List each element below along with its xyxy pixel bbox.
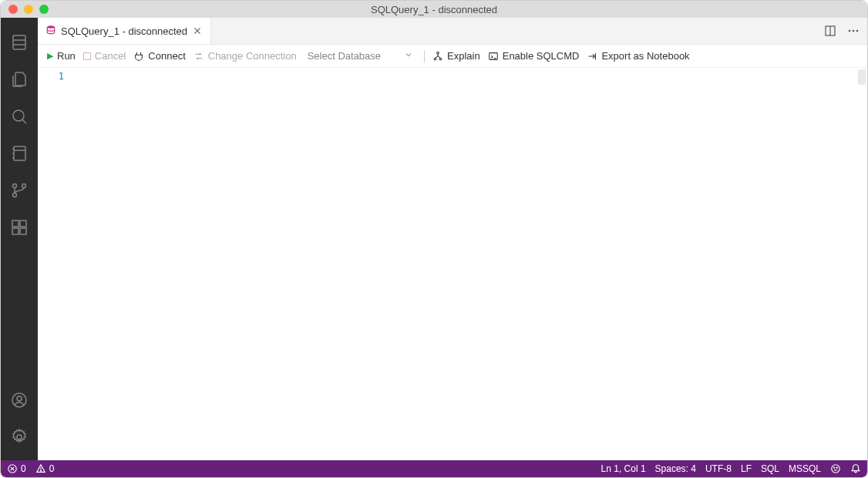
- line-number: 1: [38, 71, 64, 82]
- enable-sqlcmd-button[interactable]: Enable SQLCMD: [488, 50, 580, 62]
- titlebar: SQLQuery_1 - disconnected: [1, 1, 867, 18]
- swap-icon: [193, 51, 204, 62]
- svg-point-36: [40, 470, 41, 471]
- status-errors[interactable]: 0: [7, 463, 26, 474]
- ellipsis-icon: [847, 25, 860, 37]
- export-icon: [587, 51, 597, 62]
- svg-rect-16: [20, 220, 26, 227]
- database-select[interactable]: Select Database: [304, 50, 416, 62]
- status-notifications[interactable]: [850, 463, 861, 474]
- svg-point-29: [434, 58, 436, 60]
- svg-point-26: [853, 30, 855, 32]
- sidebar-item-account[interactable]: [1, 382, 38, 419]
- plug-icon: [133, 51, 144, 62]
- svg-point-10: [13, 184, 17, 188]
- svg-point-37: [832, 465, 840, 473]
- maximize-window-button[interactable]: [39, 5, 49, 14]
- query-toolbar: ▶ Run Cancel Connect Change Connection S…: [38, 45, 867, 68]
- database-icon: [45, 25, 56, 38]
- terminal-icon: [488, 51, 499, 62]
- export-notebook-button[interactable]: Export as Notebook: [587, 50, 689, 62]
- svg-point-27: [856, 30, 859, 32]
- svg-rect-13: [12, 220, 19, 227]
- status-eol[interactable]: LF: [741, 463, 752, 474]
- branch-icon: [10, 181, 29, 200]
- status-language[interactable]: SQL: [761, 463, 779, 474]
- status-warnings[interactable]: 0: [35, 463, 55, 474]
- gutter: 1: [38, 68, 73, 460]
- svg-point-38: [834, 467, 835, 468]
- separator: [424, 50, 425, 62]
- svg-point-18: [17, 396, 22, 401]
- split-icon: [824, 25, 836, 37]
- gear-icon: [10, 428, 29, 446]
- play-icon: ▶: [47, 51, 53, 61]
- tab-label: SQLQuery_1 - disconnected: [61, 25, 187, 37]
- account-icon: [10, 391, 29, 409]
- close-tab-button[interactable]: [192, 25, 203, 36]
- tab-bar: SQLQuery_1 - disconnected: [38, 18, 867, 45]
- svg-rect-14: [12, 228, 19, 234]
- feedback-icon: [830, 463, 841, 474]
- cancel-button[interactable]: Cancel: [83, 50, 126, 62]
- server-icon: [10, 33, 29, 52]
- sidebar-item-extensions[interactable]: [1, 209, 38, 246]
- editor[interactable]: 1: [38, 68, 867, 460]
- close-icon: [192, 25, 203, 36]
- explain-button[interactable]: Explain: [432, 50, 480, 62]
- files-icon: [10, 70, 29, 89]
- svg-point-28: [437, 52, 439, 54]
- more-actions-button[interactable]: [847, 25, 860, 37]
- status-engine[interactable]: MSSQL: [789, 463, 821, 474]
- stop-icon: [83, 52, 91, 60]
- svg-rect-0: [13, 35, 25, 49]
- svg-point-12: [22, 184, 26, 188]
- run-button[interactable]: ▶ Run: [47, 50, 76, 62]
- svg-rect-31: [489, 52, 497, 59]
- scrollbar-thumb[interactable]: [858, 69, 866, 85]
- window-title: SQLQuery_1 - disconnected: [1, 4, 867, 15]
- status-bar: 0 0 Ln 1, Col 1 Spaces: 4 UTF-8 LF SQL M…: [1, 460, 867, 477]
- svg-point-25: [849, 30, 851, 32]
- sidebar-item-servers[interactable]: [1, 24, 38, 61]
- tree-icon: [432, 51, 443, 62]
- activity-bar: [1, 18, 38, 460]
- change-connection-button[interactable]: Change Connection: [193, 50, 297, 62]
- tab-sqlquery1[interactable]: SQLQuery_1 - disconnected: [38, 18, 211, 44]
- svg-point-39: [836, 467, 837, 468]
- sidebar-item-explorer[interactable]: [1, 61, 38, 98]
- error-icon: [7, 463, 18, 474]
- chevron-down-icon: [404, 50, 413, 62]
- svg-rect-5: [14, 146, 25, 160]
- svg-point-3: [13, 110, 24, 121]
- svg-point-11: [13, 194, 17, 197]
- status-indent[interactable]: Spaces: 4: [655, 463, 696, 474]
- minimize-window-button[interactable]: [24, 5, 33, 14]
- status-feedback[interactable]: [830, 463, 841, 474]
- warning-icon: [35, 463, 46, 474]
- close-window-button[interactable]: [8, 5, 18, 14]
- svg-point-19: [17, 435, 22, 439]
- svg-line-4: [22, 120, 26, 123]
- connect-button[interactable]: Connect: [133, 50, 185, 62]
- window-controls: [1, 5, 49, 14]
- status-cursor[interactable]: Ln 1, Col 1: [601, 463, 646, 474]
- split-editor-button[interactable]: [824, 25, 836, 37]
- svg-rect-15: [20, 228, 26, 234]
- status-encoding[interactable]: UTF-8: [705, 463, 732, 474]
- sidebar-item-settings[interactable]: [1, 419, 38, 456]
- code-area[interactable]: [73, 68, 867, 460]
- notebook-icon: [10, 144, 29, 163]
- sidebar-item-notebooks[interactable]: [1, 135, 38, 172]
- bell-icon: [850, 463, 861, 474]
- extensions-icon: [10, 218, 29, 237]
- search-icon: [10, 107, 29, 126]
- sidebar-item-source-control[interactable]: [1, 172, 38, 209]
- svg-point-20: [47, 25, 54, 29]
- sidebar-item-search[interactable]: [1, 98, 38, 135]
- svg-point-30: [439, 58, 442, 60]
